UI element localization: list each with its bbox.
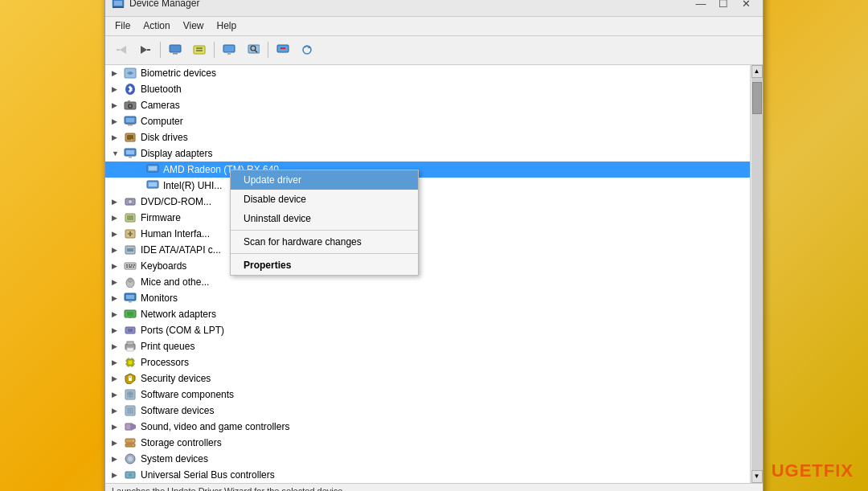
disk-arrow: ▶: [112, 133, 123, 141]
scrollbar-down-button[interactable]: ▼: [751, 470, 763, 483]
back-button[interactable]: [110, 39, 133, 60]
ide-icon: [123, 243, 137, 256]
tree-item-security[interactable]: ▶ Security devices: [105, 370, 750, 387]
print-arrow: ▶: [112, 342, 123, 350]
window-title: Device Manager: [129, 0, 690, 9]
scrollbar-thumb[interactable]: [752, 82, 762, 114]
tree-item-computer[interactable]: ▶ Computer: [105, 113, 750, 129]
svg-marker-3: [120, 46, 126, 54]
tree-item-monitors[interactable]: ▶ Monitors: [105, 290, 750, 306]
close-button[interactable]: ✕: [735, 0, 756, 12]
network-label: Network adapters: [141, 309, 216, 320]
keyboards-icon: [123, 260, 137, 272]
ctx-disable-device[interactable]: Disable device: [231, 190, 418, 209]
tree-item-print[interactable]: ▶ Print queues: [105, 338, 750, 354]
svg-rect-9: [194, 46, 205, 54]
tree-item-display[interactable]: ▼ Display adapters: [105, 145, 750, 162]
biometric-icon: [123, 67, 137, 80]
ports-icon: [123, 324, 137, 337]
context-menu: Update driver Disable device Uninstall d…: [230, 170, 419, 276]
toolbar-btn-monitor[interactable]: [218, 39, 240, 60]
tree-item-softdev[interactable]: ▶ Software devices: [105, 403, 750, 419]
system-icon: [123, 452, 137, 465]
scrollbar-track[interactable]: [751, 78, 763, 470]
svg-rect-90: [127, 407, 133, 414]
intel-label: Intel(R) UHI...: [163, 180, 222, 191]
tree-item-bluetooth[interactable]: ▶ Bluetooth: [105, 81, 750, 97]
computer-icon: [123, 115, 137, 128]
toolbar-btn-list[interactable]: [188, 39, 211, 60]
ctx-uninstall-device[interactable]: Uninstall device: [231, 209, 418, 228]
toolbar-btn-computer[interactable]: [164, 39, 186, 60]
svg-rect-40: [149, 182, 157, 186]
svg-rect-30: [126, 124, 134, 125]
minimize-button[interactable]: —: [690, 0, 711, 12]
svg-rect-51: [125, 263, 136, 269]
vertical-scrollbar[interactable]: ▲ ▼: [750, 65, 763, 483]
toolbar-separator-2: [214, 42, 215, 58]
tree-item-usb[interactable]: ▶ Universal Serial Bus controllers: [105, 467, 750, 483]
svg-point-61: [128, 279, 133, 282]
svg-rect-66: [127, 312, 133, 316]
toolbar-btn-remove[interactable]: [272, 39, 294, 60]
tree-panel: ▶ Biometric devices ▶ Bluetooth ▶ Camera…: [105, 65, 750, 483]
network-icon: [123, 308, 137, 321]
svg-rect-38: [149, 166, 157, 170]
security-label: Security devices: [141, 373, 211, 384]
human-label: Human Interfa...: [141, 228, 210, 239]
tree-item-biometric[interactable]: ▶ Biometric devices: [105, 65, 750, 81]
tree-item-human[interactable]: ▶ Human Interfa...: [105, 226, 750, 242]
sound-label: Sound, video and game controllers: [141, 421, 289, 432]
tree-item-storage[interactable]: ▶ Storage controllers: [105, 435, 750, 451]
toolbar-btn-refresh[interactable]: [296, 39, 318, 60]
cameras-label: Cameras: [141, 100, 180, 111]
processors-icon: [123, 356, 137, 369]
svg-rect-1: [114, 1, 122, 6]
status-text: Launches the Update Driver Wizard for th…: [112, 486, 345, 492]
toolbar-btn-search[interactable]: [242, 39, 264, 60]
tree-item-processors[interactable]: ▶ Processors: [105, 354, 750, 370]
tree-item-keyboards[interactable]: ▶ Keyboards: [105, 258, 750, 274]
scrollbar-up-button[interactable]: ▲: [751, 65, 763, 78]
ctx-properties[interactable]: Properties: [231, 256, 418, 275]
computer-arrow: ▶: [112, 117, 123, 125]
svg-rect-28: [126, 118, 134, 122]
firmware-arrow: ▶: [112, 214, 123, 222]
ctx-update-driver[interactable]: Update driver: [231, 170, 418, 190]
menu-help[interactable]: Help: [211, 18, 244, 33]
menu-file[interactable]: File: [108, 18, 137, 33]
tree-item-ports[interactable]: ▶ Ports (COM & LPT): [105, 322, 750, 338]
tree-item-softcomp[interactable]: ▶ Software components: [105, 387, 750, 403]
security-icon: [123, 372, 137, 385]
tree-item-intel[interactable]: Intel(R) UHI...: [105, 178, 750, 194]
tree-item-disk[interactable]: ▶ Disk drives: [105, 129, 750, 145]
tree-item-system[interactable]: ▶ System devices: [105, 451, 750, 467]
svg-point-94: [133, 440, 134, 441]
status-bar: Launches the Update Driver Wizard for th…: [105, 483, 763, 492]
system-arrow: ▶: [112, 455, 123, 463]
tree-item-cameras[interactable]: ▶ Cameras: [105, 97, 750, 113]
watermark: UGETFIX: [772, 460, 854, 481]
tree-item-firmware[interactable]: ▶ Firmware: [105, 210, 750, 226]
tree-item-dvd[interactable]: ▶ DVD/CD-ROM...: [105, 194, 750, 210]
svg-rect-26: [128, 100, 130, 102]
tree-item-amd[interactable]: AMD Radeon (TM) RX 640: [105, 162, 750, 178]
menu-view[interactable]: View: [177, 18, 211, 33]
dvd-arrow: ▶: [112, 198, 123, 206]
forward-button[interactable]: [134, 39, 157, 60]
svg-rect-52: [126, 264, 128, 266]
window-icon: [112, 0, 125, 10]
svg-rect-35: [126, 150, 134, 154]
tree-item-ide[interactable]: ▶ IDE ATA/ATAPI c...: [105, 242, 750, 258]
maximize-button[interactable]: ☐: [713, 0, 734, 12]
tree-item-mice[interactable]: ▶ Mice and othe...: [105, 274, 750, 290]
intel-icon: [145, 179, 160, 192]
tree-item-sound[interactable]: ▶ Sound, video and game controllers: [105, 419, 750, 435]
menu-action[interactable]: Action: [137, 18, 176, 33]
svg-rect-64: [129, 301, 132, 303]
svg-rect-99: [129, 473, 132, 477]
svg-rect-29: [128, 125, 133, 126]
tree-item-network[interactable]: ▶ Network adapters: [105, 306, 750, 322]
ctx-scan-hardware[interactable]: Scan for hardware changes: [231, 232, 418, 252]
bluetooth-label: Bluetooth: [141, 84, 182, 95]
